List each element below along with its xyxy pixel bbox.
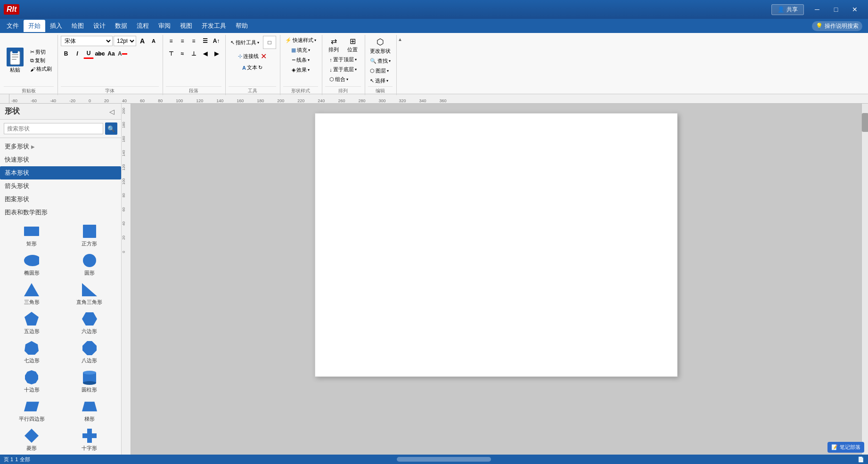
heptagon-label: 七边形 — [24, 357, 40, 364]
shape-item-square[interactable]: 正方形 — [63, 224, 117, 247]
select-button[interactable]: ↖ 选择 ▾ — [368, 76, 393, 85]
position-button[interactable]: ⊞ 位置 — [344, 36, 361, 54]
effect-button[interactable]: ◈ 效果 ▾ — [290, 65, 311, 74]
shape-item-diamond[interactable]: 菱形 — [5, 428, 59, 452]
menu-item-insert[interactable]: 插入 — [45, 20, 67, 32]
menu-item-draw[interactable]: 绘图 — [67, 20, 89, 32]
pointer-tool-button[interactable]: ↖ 指针工具 ▾ — [229, 38, 261, 47]
align-right-button[interactable]: ≡ — [188, 36, 199, 46]
sidebar-nav-more-shapes[interactable]: 更多形状 ▶ — [0, 140, 121, 153]
bold-button[interactable]: B — [61, 49, 71, 59]
font-size-increase-button[interactable]: A — [137, 36, 147, 46]
menu-item-view[interactable]: 视图 — [175, 20, 197, 32]
shape-item-cylinder[interactable]: 圆柱形 — [63, 370, 117, 393]
shape-search-button[interactable]: 🔍 — [105, 122, 117, 135]
font-size-decrease-button[interactable]: A — [148, 36, 159, 46]
layer-button[interactable]: ⬡ 图层 ▾ — [368, 66, 393, 75]
lightbulb-icon: 💡 — [816, 23, 823, 29]
cut-button[interactable]: ✂ 剪切 — [28, 48, 54, 56]
connect-line-button[interactable]: ⊹ 连接线 ✕ — [236, 51, 269, 62]
shape-item-heptagon[interactable]: 七边形 — [5, 341, 59, 364]
minimize-button[interactable]: ─ — [808, 3, 827, 16]
group-button[interactable]: ⬡ 组合 ▾ — [328, 75, 359, 84]
menu-item-dev[interactable]: 开发工具 — [197, 20, 231, 32]
shape-item-triangle[interactable]: 三角形 — [5, 282, 59, 306]
bring-to-front-button[interactable]: ↑ 置于顶层 ▾ — [328, 55, 359, 64]
arrange-button[interactable]: ⇄ 排列 — [325, 36, 342, 54]
copy-button[interactable]: ⧉ 复制 — [28, 57, 54, 65]
align-middle-button[interactable]: ≈ — [177, 49, 188, 59]
quick-style-button[interactable]: ⚡ 快速样式 ▾ — [283, 36, 318, 45]
sidebar-nav-quick-shapes[interactable]: 快速形状 — [0, 153, 121, 166]
ribbon-group-paragraph: ≡ ≡ ≡ ☰ A↑ ⊤ ≈ ⊥ ◀ ▶ 段落 — [164, 35, 226, 95]
align-center-button[interactable]: ≡ — [177, 36, 188, 46]
watermark-text: 笔记部落 — [840, 444, 860, 451]
align-left-button[interactable]: ≡ — [166, 36, 176, 46]
find-button[interactable]: 🔍 查找 ▾ — [368, 57, 393, 65]
font-color-button[interactable]: A — [117, 49, 128, 59]
text-tool-button[interactable]: A 文本 ↻ — [240, 64, 264, 72]
shape-item-trapezoid[interactable]: 梯形 — [63, 399, 117, 423]
svg-marker-19 — [24, 402, 39, 412]
svg-rect-3 — [12, 57, 18, 57]
indent-increase-button[interactable]: ▶ — [211, 49, 221, 59]
line-style-button[interactable]: ━ 线条 ▾ — [290, 56, 311, 65]
shape-search-input[interactable] — [4, 123, 103, 134]
status-center — [30, 457, 858, 462]
send-to-back-button[interactable]: ↓ 置于底层 ▾ — [328, 65, 359, 74]
menu-item-help[interactable]: 帮助 — [231, 20, 253, 32]
shape-item-octagon[interactable]: 八边形 — [63, 341, 117, 364]
shape-item-hexagon[interactable]: 六边形 — [63, 311, 117, 335]
maximize-button[interactable]: □ — [827, 3, 845, 16]
drawing-canvas[interactable] — [315, 113, 678, 377]
shape-item-parallelogram[interactable]: 平行四边形 — [5, 399, 59, 423]
sidebar-nav-chart-math[interactable]: 图表和数学图形 — [0, 206, 121, 219]
close-button[interactable]: ✕ — [845, 3, 864, 16]
parallelogram-icon — [24, 399, 39, 414]
right-scrollbar[interactable] — [861, 104, 868, 455]
text-size-button[interactable]: A↑ — [211, 36, 221, 46]
menu-item-file[interactable]: 文件 — [2, 20, 24, 32]
canvas-scroll-area[interactable] — [131, 104, 861, 455]
menu-item-flow[interactable]: 流程 — [132, 20, 154, 32]
indent-decrease-button[interactable]: ◀ — [200, 49, 210, 59]
sidebar-nav-basic-shapes[interactable]: 基本形状 — [0, 166, 121, 179]
decagon-label: 十边形 — [24, 386, 40, 393]
shape-item-circle[interactable]: 圆形 — [63, 253, 117, 277]
menu-item-design[interactable]: 设计 — [89, 20, 110, 32]
format-brush-button[interactable]: 🖌 格式刷 — [28, 65, 54, 73]
menu-item-data[interactable]: 数据 — [110, 20, 132, 32]
shape-item-ellipse[interactable]: 椭圆形 — [5, 253, 59, 277]
bullet-list-button[interactable]: ☰ — [200, 36, 210, 46]
circle-label: 圆形 — [84, 269, 95, 277]
menu-search[interactable]: 💡 操作说明搜索 — [812, 21, 862, 31]
sidebar-collapse-button[interactable]: ◁ — [107, 107, 116, 116]
shape-item-pentagon[interactable]: 五边形 — [5, 311, 59, 335]
font-case-button[interactable]: Aa — [106, 49, 116, 59]
menu-item-review[interactable]: 审阅 — [154, 20, 175, 32]
sidebar-nav-pattern-shapes[interactable]: 图案形状 — [0, 193, 121, 206]
shape-item-rect[interactable]: 矩形 — [5, 224, 59, 247]
strikethrough-button[interactable]: abc — [95, 49, 105, 59]
align-top-button[interactable]: ⊤ — [166, 49, 176, 59]
italic-button[interactable]: I — [72, 49, 82, 59]
connect-cross-icon: ✕ — [261, 52, 267, 61]
menu-item-home[interactable]: 开始 — [24, 20, 45, 32]
change-shape-button[interactable]: ⬡ 更改形状 — [368, 36, 393, 56]
shape-tool-button[interactable]: □ — [263, 36, 276, 49]
shape-item-right-triangle[interactable]: 直角三角形 — [63, 282, 117, 306]
scrollbar-thumb[interactable] — [862, 113, 868, 132]
align-bottom-button[interactable]: ⊥ — [188, 49, 199, 59]
shape-item-decagon[interactable]: 十边形 — [5, 370, 59, 393]
underline-button[interactable]: U — [83, 49, 94, 59]
paste-button[interactable]: 粘贴 — [4, 47, 26, 74]
shape-item-cross[interactable]: 十字形 — [63, 428, 117, 452]
fill-button[interactable]: ▦ 填充 ▾ — [289, 46, 312, 55]
font-size-select[interactable]: 12pt — [114, 36, 136, 46]
ribbon-collapse-button[interactable]: ▲ — [398, 35, 402, 42]
svg-point-18 — [83, 381, 96, 385]
share-button[interactable]: 👤 共享 — [771, 4, 804, 15]
dropdown-arrow-icon: ▾ — [257, 41, 259, 45]
font-family-select[interactable]: 宋体 — [61, 36, 113, 46]
sidebar-nav-arrow-shapes[interactable]: 箭头形状 — [0, 179, 121, 193]
